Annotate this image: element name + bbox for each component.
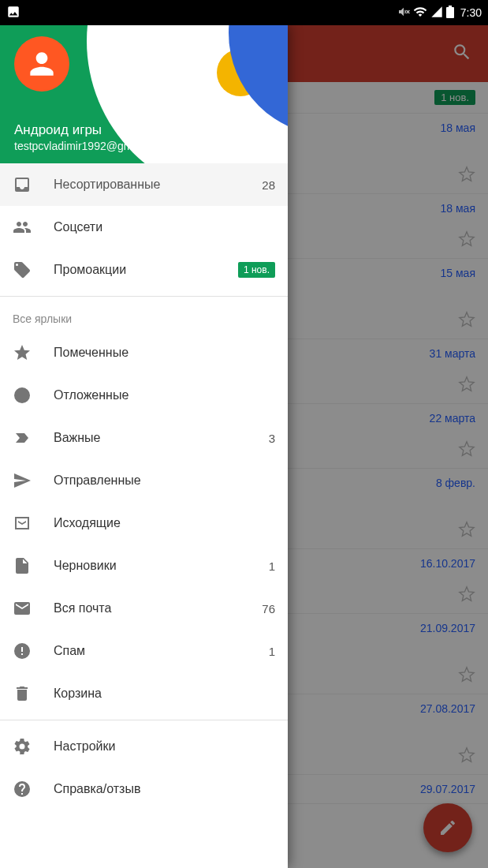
nav-label: Исходящие: [54, 516, 275, 530]
mail-icon: [13, 599, 32, 618]
drawer-header[interactable]: Андроид игры testpcvladimir1992@gmail.co…: [0, 25, 288, 163]
mute-icon: [397, 6, 410, 21]
avatar: [14, 36, 69, 92]
nav-label: Важные: [54, 431, 247, 445]
help-icon: [13, 780, 32, 799]
trash-icon: [13, 684, 32, 703]
nav-item-social[interactable]: Соцсети: [0, 206, 288, 249]
battery-icon: [446, 6, 454, 21]
nav-count: 76: [262, 602, 275, 615]
nav-item-important[interactable]: Важные 3: [0, 417, 288, 459]
picture-icon: [6, 5, 20, 21]
nav-item-promotions[interactable]: Промоакции 1 нов.: [0, 249, 288, 291]
nav-count: 3: [269, 432, 275, 445]
nav-item-settings[interactable]: Настройки: [0, 725, 288, 768]
status-time: 7:30: [460, 6, 482, 19]
signal-icon: [430, 6, 443, 21]
nav-count: 1: [269, 645, 275, 658]
outbox-icon: [13, 514, 32, 533]
account-name: Андроид игры: [14, 122, 274, 138]
nav-item-drafts[interactable]: Черновики 1: [0, 544, 288, 587]
nav-badge: 1 нов.: [238, 262, 275, 278]
nav-item-outbox[interactable]: Исходящие: [0, 502, 288, 544]
nav-label: Помеченные: [54, 346, 275, 360]
account-dropdown[interactable]: [264, 135, 275, 149]
file-icon: [13, 556, 32, 575]
gear-icon: [13, 737, 32, 756]
section-header: Все ярлыки: [0, 301, 288, 331]
nav-label: Черновики: [54, 559, 247, 573]
inbox-icon: [13, 175, 32, 194]
send-icon: [13, 471, 32, 490]
svg-rect-0: [446, 7, 454, 18]
nav-item-help[interactable]: Справка/отзыв: [0, 768, 288, 810]
nav-label: Корзина: [54, 687, 275, 701]
nav-item-allmail[interactable]: Вся почта 76: [0, 587, 288, 630]
people-icon: [13, 218, 32, 237]
divider: [0, 720, 288, 720]
svg-rect-1: [449, 6, 452, 7]
nav-count: 28: [262, 178, 275, 192]
divider: [0, 296, 288, 297]
status-bar: 7:30: [0, 0, 488, 25]
nav-count: 1: [269, 559, 275, 573]
nav-item-spam[interactable]: Спам 1: [0, 630, 288, 672]
account-email: testpcvladimir1992@gmail.com: [14, 140, 274, 152]
nav-label: Вся почта: [54, 601, 240, 615]
nav-label: Соцсети: [54, 220, 275, 234]
nav-label: Справка/отзыв: [54, 782, 275, 796]
nav-label: Спам: [54, 644, 247, 658]
star-icon: [13, 343, 32, 362]
nav-label: Отправленные: [54, 473, 275, 488]
nav-item-starred[interactable]: Помеченные: [0, 331, 288, 374]
wifi-icon: [413, 5, 427, 21]
nav-label: Настройки: [54, 739, 275, 754]
nav-item-snoozed[interactable]: Отложенные: [0, 374, 288, 417]
chevron-down-icon: [264, 135, 275, 146]
nav-item-trash[interactable]: Корзина: [0, 672, 288, 715]
important-icon: [13, 428, 32, 447]
spam-icon: [13, 642, 32, 660]
nav-label: Промоакции: [54, 263, 216, 277]
nav-label: Отложенные: [54, 388, 275, 402]
nav-item-sent[interactable]: Отправленные: [0, 459, 288, 502]
clock-icon: [13, 386, 32, 405]
nav-item-primary[interactable]: Несортированные 28: [0, 163, 288, 206]
nav-drawer: Андроид игры testpcvladimir1992@gmail.co…: [0, 25, 288, 868]
nav-label: Несортированные: [54, 178, 240, 192]
tag-icon: [13, 260, 32, 279]
